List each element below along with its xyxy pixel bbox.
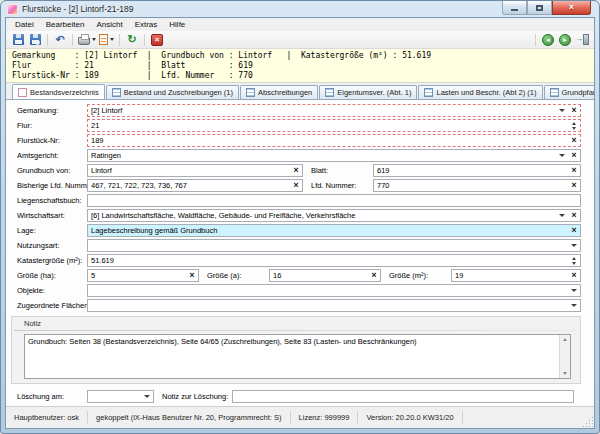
gemarkung-dropdown-icon[interactable] bbox=[556, 105, 568, 116]
wirtschaftsart-dropdown-icon[interactable] bbox=[556, 210, 568, 221]
bisherige-lfd-nummer-input[interactable] bbox=[88, 180, 290, 191]
maximize-button[interactable] bbox=[527, 1, 552, 15]
form-row: Größe (ha): × Größe (a): × Größe (m²): × bbox=[17, 269, 581, 282]
bisherige-lfd-nummer-clear-icon[interactable]: × bbox=[290, 180, 302, 191]
blatt-clear-icon[interactable]: × bbox=[568, 165, 580, 176]
notiz-divider bbox=[14, 330, 578, 331]
groesse-ha-field: × bbox=[87, 269, 199, 282]
next-record-button[interactable]: ▸ bbox=[557, 32, 573, 47]
menu-ansicht[interactable]: Ansicht bbox=[90, 18, 128, 31]
loeschung-am-label: Löschung am: bbox=[17, 392, 87, 401]
objekte-field bbox=[87, 284, 581, 297]
notiz-textarea[interactable]: Grundbuch: Seiten 38 (Bestandsverzeichni… bbox=[25, 335, 559, 378]
minimize-button[interactable] bbox=[502, 1, 527, 15]
zugeordnete-flaechen-dropdown-icon[interactable] bbox=[568, 300, 580, 311]
grundbuch-von-clear-icon[interactable]: × bbox=[290, 165, 302, 176]
flurstueck-nr-input[interactable] bbox=[88, 135, 568, 146]
gemarkung-clear-icon[interactable]: × bbox=[568, 105, 580, 116]
amtsgericht-clear-icon[interactable]: × bbox=[568, 150, 580, 161]
nutzungsart-input[interactable] bbox=[88, 240, 568, 251]
wirtschaftsart-clear-icon[interactable]: × bbox=[568, 210, 580, 221]
grundbuch-von-input[interactable] bbox=[88, 165, 290, 176]
close-button[interactable]: × bbox=[552, 1, 591, 15]
exit-icon: → bbox=[575, 34, 589, 46]
amtsgericht-field: × bbox=[87, 149, 581, 162]
menu-extras[interactable]: Extras bbox=[129, 18, 164, 31]
prev-record-button[interactable]: ◂ bbox=[540, 32, 556, 47]
delete-record-button[interactable]: × bbox=[149, 32, 165, 47]
notiz-scrollbar[interactable] bbox=[559, 335, 570, 378]
notiz-zur-loeschung-field bbox=[232, 390, 574, 403]
tab-bestandsverzeichnis[interactable]: Bestandsverzeichnis bbox=[12, 84, 105, 100]
tab-bestand-und-zuschreibungen[interactable]: Bestand und Zuschreibungen (1) bbox=[106, 85, 239, 99]
nutzungsart-dropdown-icon[interactable] bbox=[568, 240, 580, 251]
lfd-nummer-clear-icon[interactable]: × bbox=[568, 180, 580, 191]
toolbar-separator bbox=[535, 34, 536, 46]
katastergroesse-input[interactable] bbox=[88, 255, 568, 266]
minimize-icon bbox=[511, 9, 518, 11]
exit-door-icon bbox=[583, 34, 589, 45]
loeschung-am-input[interactable] bbox=[88, 391, 141, 402]
tab-icon bbox=[550, 88, 559, 97]
info-line-1: Gemarkung : [2] Lintorf | Grundbuch von … bbox=[12, 51, 588, 61]
amtsgericht-dropdown-icon[interactable] bbox=[556, 150, 568, 161]
notiz-zur-loeschung-input[interactable] bbox=[233, 391, 573, 402]
menu-bearbeiten[interactable]: Bearbeiten bbox=[40, 18, 91, 31]
notiz-zur-loeschung-label: Notiz zur Löschung: bbox=[154, 392, 232, 401]
print-button[interactable] bbox=[77, 32, 97, 47]
menu-datei[interactable]: Datei bbox=[9, 18, 40, 31]
menu-hilfe[interactable]: Hilfe bbox=[163, 18, 191, 31]
resize-grip[interactable] bbox=[582, 416, 593, 427]
groesse-m2-field: × bbox=[451, 269, 581, 282]
scroll-down-icon[interactable] bbox=[560, 369, 570, 378]
tab-label: Lasten und Beschr. (Abt 2) (1) bbox=[436, 88, 536, 97]
exit-button[interactable]: → bbox=[574, 32, 590, 47]
tab-abschreibungen[interactable]: Abschreibungen bbox=[240, 85, 318, 99]
menu-bar: Datei Bearbeiten Ansicht Extras Hilfe bbox=[6, 18, 594, 31]
undo-button[interactable]: ↶ bbox=[52, 32, 68, 47]
save-as-button[interactable] bbox=[27, 32, 43, 47]
groesse-a-input[interactable] bbox=[270, 270, 368, 281]
close-icon: × bbox=[569, 3, 574, 12]
tab-eigentumsver[interactable]: Eigentumsver. (Abt. 1) bbox=[319, 85, 417, 99]
amtsgericht-input[interactable] bbox=[88, 150, 556, 161]
toolbar-separator bbox=[144, 34, 145, 46]
groesse-ha-input[interactable] bbox=[88, 270, 186, 281]
tab-lasten-und-beschr[interactable]: Lasten und Beschr. (Abt 2) (1) bbox=[418, 85, 542, 99]
lage-input[interactable] bbox=[88, 225, 568, 236]
form-row: Objekte: bbox=[17, 284, 581, 297]
flur-spinner[interactable] bbox=[568, 120, 580, 131]
katastergroesse-spinner[interactable] bbox=[568, 255, 580, 266]
save-button[interactable] bbox=[10, 32, 26, 47]
flurstueck-nr-clear-icon[interactable]: × bbox=[568, 135, 580, 146]
flur-label: Flur: bbox=[17, 121, 87, 130]
zugeordnete-flaechen-input[interactable] bbox=[88, 300, 568, 311]
window-controls: × bbox=[502, 1, 591, 15]
flur-input[interactable] bbox=[88, 120, 568, 131]
toolbar-separator bbox=[119, 34, 120, 46]
groesse-m2-clear-icon[interactable]: × bbox=[568, 270, 580, 281]
groesse-ha-label: Größe (ha): bbox=[17, 271, 87, 280]
groesse-m2-input[interactable] bbox=[452, 270, 568, 281]
report-button[interactable] bbox=[98, 32, 115, 47]
objekte-dropdown-icon[interactable] bbox=[568, 285, 580, 296]
loeschung-am-dropdown-icon[interactable] bbox=[141, 391, 153, 402]
blatt-field: × bbox=[373, 164, 581, 177]
lage-clear-icon[interactable]: × bbox=[568, 225, 580, 236]
wirtschaftsart-field: × bbox=[87, 209, 581, 222]
groesse-a-clear-icon[interactable]: × bbox=[368, 270, 380, 281]
form-row: Lage: × bbox=[17, 224, 581, 237]
lfd-nummer-label: Lfd. Nummer: bbox=[303, 181, 373, 190]
groesse-ha-clear-icon[interactable]: × bbox=[186, 270, 198, 281]
gemarkung-input[interactable] bbox=[88, 105, 556, 116]
refresh-button[interactable]: ↻ bbox=[124, 32, 140, 47]
next-record-icon: ▸ bbox=[559, 34, 571, 46]
scroll-up-icon[interactable] bbox=[560, 335, 570, 344]
tab-grundpfandrechte[interactable]: Grundpfandrechte (Abt.3) (1) bbox=[544, 85, 594, 99]
liegenschaftsbuch-input[interactable] bbox=[88, 195, 580, 206]
objekte-input[interactable] bbox=[88, 285, 568, 296]
wirtschaftsart-input[interactable] bbox=[88, 210, 556, 221]
lfd-nummer-input[interactable] bbox=[374, 180, 568, 191]
blatt-input[interactable] bbox=[374, 165, 568, 176]
lage-field: × bbox=[87, 224, 581, 237]
